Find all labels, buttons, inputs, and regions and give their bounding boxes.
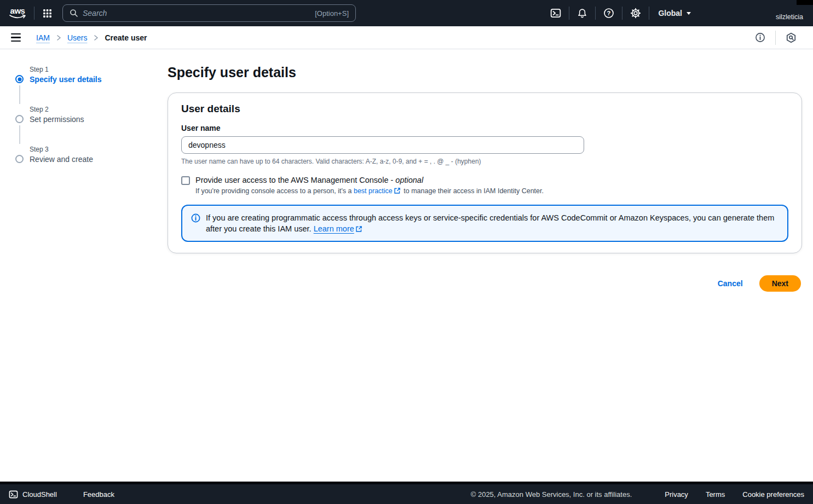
cancel-button[interactable]: Cancel [718,279,743,288]
step-1-label: Step 1 [30,66,152,73]
cookie-preferences-link[interactable]: Cookie preferences [742,490,804,499]
search-input[interactable] [83,9,310,18]
cloudshell-button[interactable]: CloudShell [9,490,57,499]
copyright-text: © 2025, Amazon Web Services, Inc. or its… [471,490,632,499]
breadcrumb-link-users[interactable]: Users [67,33,88,42]
cloudshell-label: CloudShell [22,490,57,499]
notifications-bell-icon[interactable] [569,0,595,26]
breadcrumb-chevron-icon [55,34,62,41]
console-access-label[interactable]: Provide user access to the AWS Managemen… [195,176,423,184]
screen-corner-artifact [797,0,813,5]
console-access-checkbox[interactable] [181,176,190,185]
services-grid-icon[interactable] [34,0,60,26]
search-shortcut-hint: [Option+S] [315,9,349,18]
next-button[interactable]: Next [759,275,801,292]
wizard-step-1[interactable]: Step 1 Specify user details [15,66,152,84]
side-navigation-toggle-icon[interactable] [9,30,26,45]
info-alert: If you are creating programmatic access … [181,205,788,242]
info-icon [191,213,200,223]
console-access-label-text: Provide user access to the AWS Managemen… [195,176,393,184]
info-panel-icon[interactable] [747,32,773,43]
user-name-input[interactable] [181,136,584,154]
breadcrumb-divider [775,31,776,45]
console-footer: CloudShell Feedback © 2025, Amazon Web S… [0,482,813,504]
region-selector[interactable]: Global [649,0,700,26]
terms-link[interactable]: Terms [706,490,725,499]
step-connector [19,125,20,144]
top-navigation-bar: aws [Option+S] [0,0,813,26]
card-title: User details [181,103,788,115]
step-3-title[interactable]: Review and create [30,155,152,164]
aws-logo[interactable]: aws [9,7,26,19]
feedback-button[interactable]: Feedback [83,490,114,499]
nav-right: ? Global silzleticia [543,0,813,26]
hint-suffix: to manage their access in IAM Identity C… [402,187,544,195]
footer-left: CloudShell Feedback [9,490,114,499]
amazon-q-hexagon-icon[interactable] [778,32,804,43]
console-access-option: Provide user access to the AWS Managemen… [181,175,788,195]
cloudshell-terminal-icon [9,490,18,499]
breadcrumb: IAM Users Create user [36,33,147,42]
step-connector [19,85,20,104]
breadcrumb-actions [747,31,804,45]
best-practice-link[interactable]: best practice [354,187,393,195]
footer-right: © 2025, Amazon Web Services, Inc. or its… [471,490,804,499]
user-name-help-text: The user name can have up to 64 characte… [181,158,788,165]
feedback-label: Feedback [83,490,114,499]
user-details-card: User details User name The user name can… [168,92,802,253]
global-search-bar[interactable]: [Option+S] [62,4,356,22]
step-2-radio-indicator [15,115,24,123]
cloudshell-terminal-icon[interactable] [543,0,569,26]
account-username[interactable]: silzleticia [776,13,813,21]
search-icon [70,9,78,18]
hint-prefix: If you're providing console access to a … [195,187,354,195]
breadcrumb-bar: IAM Users Create user [0,26,813,49]
settings-gear-icon[interactable] [622,0,649,26]
breadcrumb-link-iam[interactable]: IAM [36,33,50,42]
main-panel: Specify user details User details User n… [168,49,802,292]
step-1-title[interactable]: Specify user details [30,75,152,84]
step-1-radio-indicator [15,75,24,83]
page-content: Step 1 Specify user details Step 2 Set p… [0,49,813,482]
aws-smile-icon [9,14,26,19]
page-title: Specify user details [168,65,802,80]
svg-text:?: ? [607,10,611,16]
aws-logo-text: aws [10,7,25,14]
console-access-hint: If you're providing console access to a … [195,187,544,195]
external-link-icon [355,225,362,233]
user-name-label: User name [181,124,788,132]
wizard-actions: Cancel Next [168,275,802,292]
wizard-steps: Step 1 Specify user details Step 2 Set p… [15,66,152,164]
nav-left: aws [Option+S] [9,0,356,26]
breadcrumb-current-page: Create user [105,33,147,42]
step-2-label: Step 2 [30,106,152,113]
region-label: Global [658,9,682,18]
alert-message: If you are creating programmatic access … [206,212,779,234]
step-3-label: Step 3 [30,146,152,153]
external-link-icon [394,187,401,194]
step-2-title[interactable]: Set permissions [30,115,152,124]
wizard-step-3[interactable]: Step 3 Review and create [15,146,152,164]
help-icon[interactable]: ? [596,0,622,26]
console-access-optional-text: optional [395,176,423,184]
learn-more-link[interactable]: Learn more [314,224,354,233]
chevron-down-icon [686,11,691,15]
breadcrumb-chevron-icon [93,34,99,41]
privacy-link[interactable]: Privacy [665,490,688,499]
wizard-step-2[interactable]: Step 2 Set permissions [15,106,152,124]
step-3-radio-indicator [15,155,24,163]
alert-text: If you are creating programmatic access … [206,213,774,233]
